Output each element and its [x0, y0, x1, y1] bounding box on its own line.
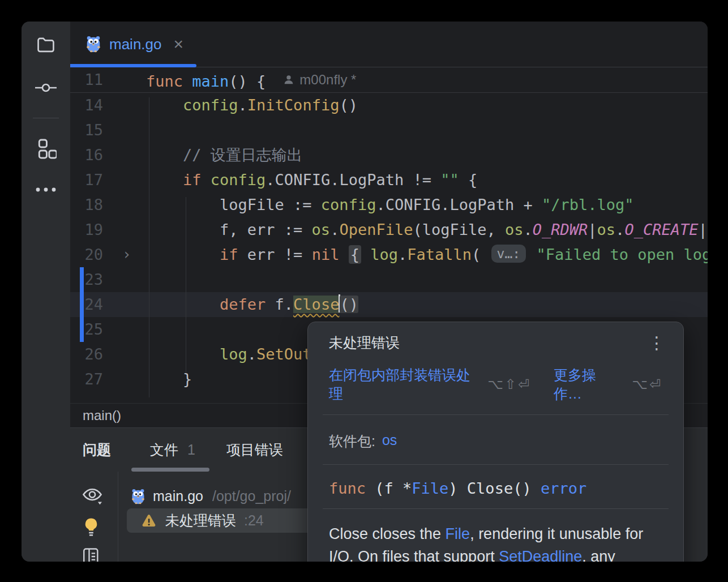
code-token: f, err :=	[146, 221, 312, 238]
code-token: nil	[312, 246, 340, 263]
code-token: config	[183, 96, 238, 114]
editor-tab-bar: main.go ×	[70, 22, 708, 67]
view-options-icon[interactable]	[82, 486, 103, 505]
kebab-menu-icon[interactable]: ⋮	[648, 335, 665, 352]
code-text: logFile := config.CONFIG.LogPath + "/rbl…	[146, 192, 634, 217]
code-token	[339, 246, 348, 263]
code-token: () {	[229, 72, 265, 90]
code-token: log	[220, 345, 247, 363]
code-token: .CONFIG.LogPath +	[376, 196, 542, 213]
code-token: os	[505, 221, 524, 238]
go-gopher-icon	[130, 489, 146, 504]
toolstripe-divider	[33, 118, 59, 118]
more-tool-windows-icon[interactable]	[35, 187, 57, 192]
code-line-14[interactable]: 14 config.InitConfig()	[70, 93, 708, 118]
error-line-number: :24	[244, 512, 264, 529]
quickfix-bulb-icon[interactable]	[82, 516, 101, 538]
code-token: "Failed to open log file	[536, 246, 708, 263]
indent-guide	[186, 197, 186, 373]
commit-icon[interactable]	[35, 81, 57, 95]
code-token	[146, 296, 220, 313]
code-token: }	[146, 370, 192, 388]
line-number: 11	[70, 67, 103, 92]
problems-file-row[interactable]: main.go /opt/go_proj/	[130, 484, 291, 508]
function-signature: func (f *File) Close() error	[329, 480, 662, 497]
code-line-24[interactable]: 24 defer f.Close()	[70, 292, 708, 317]
popup-divider	[323, 464, 669, 465]
file-path: /opt/go_proj/	[212, 488, 291, 504]
code-token: .	[524, 221, 533, 238]
code-token: // 设置日志输出	[183, 146, 302, 164]
popup-divider	[323, 414, 669, 415]
code-line-23[interactable]: 23	[70, 267, 708, 292]
tab-files-label: 文件	[150, 428, 178, 472]
code-token: .	[247, 345, 256, 363]
quickfix-shortcut: ⌥⇧⏎	[487, 376, 531, 392]
screenshot-root: main.go × 11 func main() {m00nfly * 14 c…	[0, 0, 728, 582]
code-token	[146, 146, 183, 164]
code-token: .	[238, 96, 247, 114]
preview-layout-icon[interactable]	[82, 547, 101, 562]
sticky-code-tokens: func main() {	[146, 72, 265, 90]
code-line-15[interactable]: 15	[70, 118, 708, 143]
doc-link-File[interactable]: File	[446, 525, 470, 542]
code-token: .	[330, 221, 339, 238]
code-line-18[interactable]: 18 logFile := config.CONFIG.LogPath + "/…	[70, 192, 708, 217]
code-token: {	[459, 171, 478, 189]
code-token: .CONFIG.LogPath !=	[265, 171, 440, 189]
code-token	[361, 246, 370, 263]
code-token: (f *	[375, 480, 412, 497]
package-link[interactable]: os	[382, 432, 397, 451]
doc-link-SetDeadline[interactable]: SetDeadline	[499, 548, 582, 562]
doc-text-segment: Close closes the	[329, 525, 446, 542]
code-token: config	[211, 171, 266, 189]
popup-title: 未处理错误	[329, 333, 400, 352]
left-toolstripe	[22, 22, 70, 562]
more-actions-link[interactable]: 更多操作…	[554, 366, 620, 403]
code-token: logFile :=	[146, 196, 321, 213]
line-number: 26	[70, 342, 103, 367]
quickfix-link[interactable]: 在闭包内部封装错误处理	[329, 366, 476, 403]
breadcrumb-item[interactable]: main()	[83, 408, 121, 423]
code-token: if	[220, 246, 247, 263]
code-token: os	[312, 221, 331, 238]
documentation-popup: 未处理错误 ⋮ 在闭包内部封装错误处理 ⌥⇧⏎ 更多操作… ⌥⏎ 软件包: os…	[307, 322, 684, 562]
code-line-19[interactable]: 19 f, err := os.OpenFile(logFile, os.O_R…	[70, 217, 708, 242]
code-token: f.	[265, 296, 293, 313]
code-line-20[interactable]: 20› if err != nil { log.Fatalln( v…: "Fa…	[70, 242, 708, 267]
line-number: 25	[70, 317, 103, 342]
problems-error-row[interactable]: 未处理错误 :24	[127, 508, 315, 533]
code-text: config.InitConfig()	[146, 93, 358, 118]
code-token: func	[329, 480, 375, 497]
code-token: |	[698, 221, 707, 238]
code-text: if config.CONFIG.LogPath != "" {	[146, 168, 477, 192]
line-number: 17	[70, 168, 103, 192]
code-token: config	[321, 196, 376, 213]
code-line-16[interactable]: 16 // 设置日志输出	[70, 143, 708, 168]
tab-main-go[interactable]: main.go ×	[70, 22, 196, 67]
code-line-17[interactable]: 17 if config.CONFIG.LogPath != "" {	[70, 168, 708, 192]
code-token	[146, 246, 220, 263]
code-token: O_CREATE	[624, 221, 698, 238]
line-number: 23	[70, 267, 103, 292]
tab-files-count: 1	[187, 428, 195, 472]
indent-guide	[149, 97, 149, 397]
project-folder-icon[interactable]	[35, 34, 57, 55]
tab-project-errors[interactable]: 项目错误	[226, 428, 283, 472]
code-token: os	[597, 221, 616, 238]
tab-close-icon[interactable]: ×	[174, 36, 184, 53]
tab-files[interactable]: 文件 1	[150, 428, 195, 472]
code-text: if err != nil { log.Fatalln( v…: "Failed…	[146, 242, 708, 267]
error-label: 未处理错误	[165, 511, 236, 530]
vcs-author-annotation: m00nfly *	[282, 67, 356, 92]
structure-icon[interactable]	[35, 138, 57, 160]
code-text: defer f.Close()	[146, 292, 358, 317]
fold-chevron-icon[interactable]: ›	[122, 242, 131, 267]
code-token: ()	[339, 96, 358, 114]
code-token: )	[448, 480, 467, 497]
tab-label: main.go	[109, 36, 162, 53]
sticky-code-line[interactable]: 11 func main() {m00nfly *	[70, 67, 708, 93]
code-token: File	[412, 480, 448, 497]
code-token: .	[615, 221, 624, 238]
active-tool-tab-underline	[131, 468, 209, 472]
